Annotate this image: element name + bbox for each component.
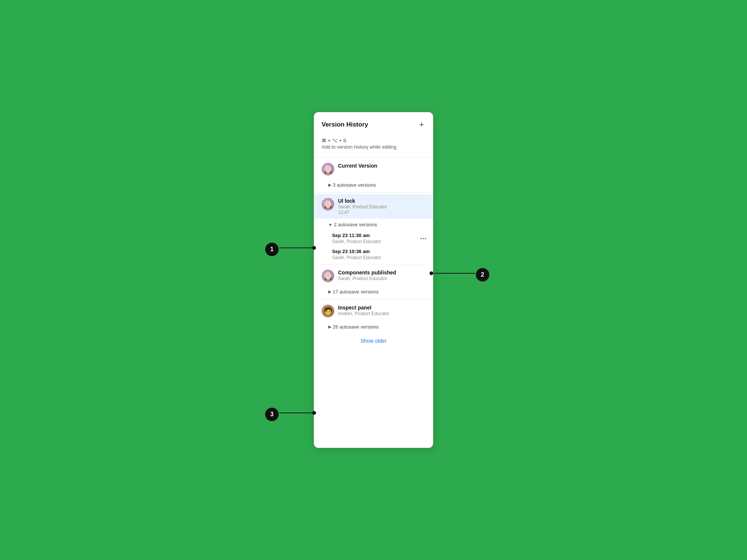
autosave-label-current: 3 autosave versions: [333, 182, 376, 188]
divider-1: [314, 192, 433, 193]
shortcut-section: ⌘ + ⌥ + S Add to version history while e…: [314, 134, 433, 156]
version-history-panel: Version History + ⌘ + ⌥ + S Add to versi…: [314, 112, 433, 448]
version-item-ui-lock[interactable]: UI lock Sarah, Product Educator 12:47: [314, 194, 433, 219]
version-info-ui-lock: UI lock Sarah, Product Educator 12:47: [338, 198, 425, 215]
annotation-1-dot: [312, 246, 316, 250]
version-info-components: Components published Sarah, Product Educ…: [338, 270, 425, 281]
autosave-toggle-current: ▶: [328, 183, 331, 187]
autosave-toggle-components: ▶: [328, 289, 331, 294]
autosave-sub-item-2[interactable]: Sep 23 10:36 am Sarah, Product Educator: [314, 246, 433, 262]
version-time-ui-lock: 12:47: [338, 210, 425, 215]
show-older-button[interactable]: Show older: [360, 338, 387, 344]
version-name-components: Components published: [338, 270, 425, 276]
panel-title: Version History: [322, 121, 368, 128]
annotation-3: 3: [265, 408, 279, 421]
show-older-row: Show older: [314, 333, 433, 351]
version-name-inspect: Inspect panel: [338, 305, 425, 311]
autosave-row-inspect[interactable]: ▶ 26 autosave versions: [314, 321, 433, 333]
autosave-row-ui-lock[interactable]: ▼ 2 autosave versions: [314, 219, 433, 230]
divider-top: [314, 157, 433, 158]
shortcut-description: Add to version history while editing: [322, 144, 425, 150]
more-options-button-1[interactable]: •••: [420, 236, 427, 242]
version-item-components[interactable]: Components published Sarah, Product Educ…: [314, 266, 433, 286]
autosave-toggle-inspect: ▶: [328, 324, 331, 329]
version-item-inspect[interactable]: Inspect panel Andrés, Product Educator: [314, 301, 433, 321]
divider-2: [314, 264, 433, 264]
annotation-3-line: [279, 413, 313, 413]
add-button[interactable]: +: [418, 120, 425, 130]
autosave-row-current[interactable]: ▶ 3 autosave versions: [314, 179, 433, 191]
annotation-3-dot: [312, 411, 316, 415]
version-name-ui-lock: UI lock: [338, 198, 425, 204]
panel-header: Version History +: [314, 112, 433, 134]
autosave-author-2: Sarah, Product Educator: [332, 255, 425, 260]
shortcut-keys: ⌘ + ⌥ + S: [322, 138, 425, 143]
autosave-date-2: Sep 23 10:36 am: [332, 249, 425, 254]
avatar-current: [322, 163, 334, 175]
autosave-toggle-ui-lock: ▼: [328, 223, 332, 227]
autosave-label-inspect: 26 autosave versions: [333, 324, 379, 330]
annotation-2-line: [434, 273, 475, 274]
version-name-current: Current Version: [338, 163, 425, 169]
version-author-ui-lock: Sarah, Product Educator: [338, 204, 425, 209]
version-list: Current Version ▶ 3 autosave versions UI…: [314, 159, 433, 448]
autosave-row-components[interactable]: ▶ 17 autosave versions: [314, 286, 433, 298]
annotation-2-dot: [430, 271, 433, 275]
avatar-ui-lock: [322, 198, 334, 211]
version-author-inspect: Andrés, Product Educator: [338, 311, 425, 316]
annotation-1-line: [279, 248, 313, 248]
version-author-components: Sarah, Product Educator: [338, 276, 425, 281]
avatar-components: [322, 270, 334, 282]
autosave-label-ui-lock: 2 autosave versions: [334, 222, 377, 227]
annotation-1: 1: [265, 243, 279, 256]
autosave-date-1: Sep 23 11:30 am: [332, 233, 425, 238]
autosave-sub-item-1[interactable]: Sep 23 11:30 am Sarah, Product Educator …: [314, 230, 433, 246]
divider-3: [314, 299, 433, 299]
annotation-2: 2: [476, 268, 489, 281]
autosave-author-1: Sarah, Product Educator: [332, 239, 425, 244]
version-item-current[interactable]: Current Version: [314, 159, 433, 179]
version-info-current: Current Version: [338, 163, 425, 169]
avatar-inspect: [322, 305, 334, 317]
version-info-inspect: Inspect panel Andrés, Product Educator: [338, 305, 425, 317]
autosave-label-components: 17 autosave versions: [333, 289, 379, 295]
